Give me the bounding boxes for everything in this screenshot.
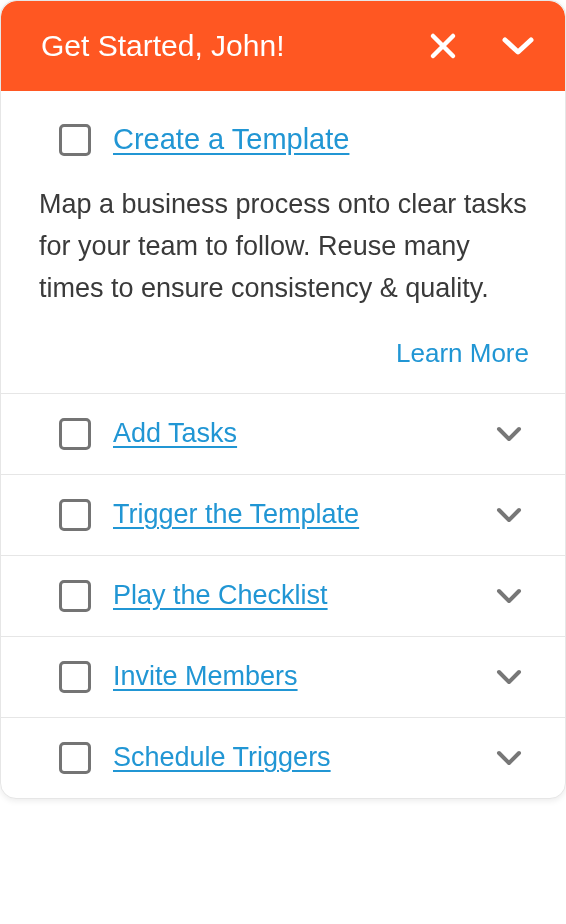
close-icon[interactable] — [429, 32, 457, 60]
chevron-down-icon[interactable] — [495, 506, 523, 524]
item-invite-members[interactable]: Invite Members — [1, 637, 565, 718]
chevron-down-icon[interactable] — [495, 668, 523, 686]
expanded-item-header: Create a Template — [37, 123, 529, 184]
chevron-down-icon[interactable] — [495, 749, 523, 767]
item-add-tasks[interactable]: Add Tasks — [1, 394, 565, 475]
link-invite-members[interactable]: Invite Members — [113, 661, 473, 692]
link-create-template[interactable]: Create a Template — [113, 123, 529, 156]
checkbox-schedule-triggers[interactable] — [59, 742, 91, 774]
item-trigger-template[interactable]: Trigger the Template — [1, 475, 565, 556]
card-body: Create a Template Map a business process… — [1, 91, 565, 798]
header-title: Get Started, John! — [41, 29, 429, 63]
learn-more-container: Learn More — [37, 338, 529, 369]
get-started-card: Get Started, John! Create a Template Map… — [0, 0, 566, 799]
card-header: Get Started, John! — [1, 1, 565, 91]
expanded-item-description: Map a business process onto clear tasks … — [37, 184, 529, 338]
chevron-down-icon[interactable] — [495, 587, 523, 605]
checkbox-trigger-template[interactable] — [59, 499, 91, 531]
chevron-down-icon[interactable] — [501, 35, 535, 57]
header-icons — [429, 32, 535, 60]
link-trigger-template[interactable]: Trigger the Template — [113, 499, 473, 530]
checkbox-invite-members[interactable] — [59, 661, 91, 693]
link-add-tasks[interactable]: Add Tasks — [113, 418, 473, 449]
item-schedule-triggers[interactable]: Schedule Triggers — [1, 718, 565, 798]
item-play-checklist[interactable]: Play the Checklist — [1, 556, 565, 637]
checkbox-create-template[interactable] — [59, 124, 91, 156]
chevron-down-icon[interactable] — [495, 425, 523, 443]
link-schedule-triggers[interactable]: Schedule Triggers — [113, 742, 473, 773]
checkbox-add-tasks[interactable] — [59, 418, 91, 450]
expanded-item-create-template: Create a Template Map a business process… — [1, 91, 565, 394]
link-play-checklist[interactable]: Play the Checklist — [113, 580, 473, 611]
learn-more-link[interactable]: Learn More — [396, 338, 529, 368]
checkbox-play-checklist[interactable] — [59, 580, 91, 612]
